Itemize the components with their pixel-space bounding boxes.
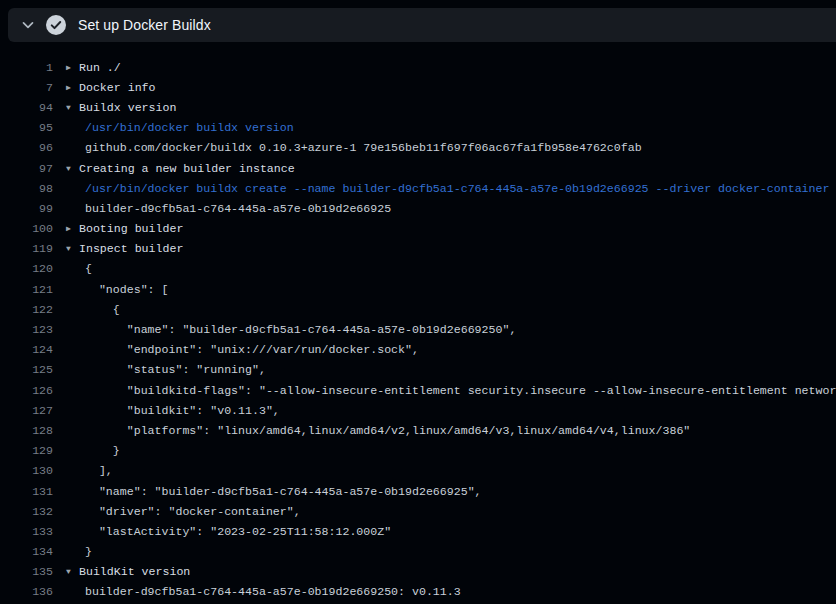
line-number[interactable]: 130	[0, 464, 53, 477]
group-header[interactable]: ▶Run ./	[66, 61, 121, 74]
line-number[interactable]: 129	[0, 444, 53, 457]
line-number[interactable]: 98	[0, 182, 53, 195]
group-header[interactable]: ▼BuildKit version	[66, 565, 190, 578]
log-row: 120{	[0, 259, 836, 279]
line-number[interactable]: 119	[0, 242, 53, 255]
log-row: 130 ],	[0, 461, 836, 481]
output-line: builder-d9cfb5a1-c764-445a-a57e-0b19d2e6…	[66, 585, 461, 598]
output-line: "buildkitd-flags": "--allow-insecure-ent…	[66, 384, 836, 397]
log-row: 125 "status": "running",	[0, 360, 836, 380]
group-header[interactable]: ▶Booting builder	[66, 222, 183, 235]
line-number[interactable]: 100	[0, 222, 53, 235]
line-number[interactable]: 131	[0, 485, 53, 498]
output-line: {	[66, 303, 120, 316]
group-header[interactable]: ▼Creating a new builder instance	[66, 162, 295, 175]
log-group-row[interactable]: 1▶Run ./	[0, 57, 836, 77]
log-row: 122 {	[0, 299, 836, 319]
triangle-down-icon[interactable]: ▼	[66, 103, 79, 112]
log-row: 124 "endpoint": "unix:///var/run/docker.…	[0, 340, 836, 360]
log-group-row[interactable]: 100▶Booting builder	[0, 219, 836, 239]
output-line: "lastActivity": "2023-02-25T11:58:12.000…	[66, 525, 391, 538]
chevron-down-icon[interactable]	[18, 15, 38, 35]
log-row: 136builder-d9cfb5a1-c764-445a-a57e-0b19d…	[0, 582, 836, 602]
line-number[interactable]: 136	[0, 585, 53, 598]
line-number[interactable]: 133	[0, 525, 53, 538]
log-row: 129 }	[0, 441, 836, 461]
group-title: Booting builder	[79, 222, 183, 235]
group-title: Inspect builder	[79, 242, 183, 255]
output-line: github.com/docker/buildx 0.10.3+azure-1 …	[66, 141, 642, 154]
log-row: 131 "name": "builder-d9cfb5a1-c764-445a-…	[0, 481, 836, 501]
line-number[interactable]: 135	[0, 565, 53, 578]
line-number[interactable]: 120	[0, 262, 53, 275]
group-header[interactable]: ▼Inspect builder	[66, 242, 183, 255]
line-number[interactable]: 121	[0, 283, 53, 296]
group-header[interactable]: ▶Docker info	[66, 81, 156, 94]
output-line: ],	[66, 464, 113, 477]
log-row: 128 "platforms": "linux/amd64,linux/amd6…	[0, 420, 836, 440]
triangle-down-icon[interactable]: ▼	[66, 164, 79, 173]
output-line: {	[66, 262, 92, 275]
triangle-right-icon[interactable]: ▶	[66, 63, 79, 72]
log-row: 121 "nodes": [	[0, 279, 836, 299]
line-number[interactable]: 7	[0, 81, 53, 94]
line-number[interactable]: 132	[0, 505, 53, 518]
log-group-row[interactable]: 119▼Inspect builder	[0, 239, 836, 259]
line-number[interactable]: 97	[0, 162, 53, 175]
output-line: "status": "running",	[66, 363, 266, 376]
line-number[interactable]: 99	[0, 202, 53, 215]
check-circle-icon	[46, 15, 66, 35]
log-group-row[interactable]: 97▼Creating a new builder instance	[0, 158, 836, 178]
output-line: }	[66, 545, 92, 558]
group-title: Creating a new builder instance	[79, 162, 295, 175]
output-line: "platforms": "linux/amd64,linux/amd64/v2…	[66, 424, 690, 437]
output-line: "nodes": [	[66, 283, 169, 296]
log-row: 134}	[0, 542, 836, 562]
log-container: 1▶Run ./7▶Docker info94▼Buildx version95…	[0, 57, 836, 602]
group-title: Run ./	[79, 61, 121, 74]
line-number[interactable]: 134	[0, 545, 53, 558]
group-title: Buildx version	[79, 101, 176, 114]
step-title: Set up Docker Buildx	[78, 17, 211, 33]
line-number[interactable]: 124	[0, 343, 53, 356]
line-number[interactable]: 95	[0, 121, 53, 134]
log-row: 133 "lastActivity": "2023-02-25T11:58:12…	[0, 521, 836, 541]
command-line: /usr/bin/docker buildx version	[66, 121, 294, 134]
output-line: "endpoint": "unix:///var/run/docker.sock…	[66, 343, 419, 356]
log-row: 96github.com/docker/buildx 0.10.3+azure-…	[0, 138, 836, 158]
line-number[interactable]: 1	[0, 61, 53, 74]
log-group-row[interactable]: 135▼BuildKit version	[0, 562, 836, 582]
line-number[interactable]: 94	[0, 101, 53, 114]
output-line: "name": "builder-d9cfb5a1-c764-445a-a57e…	[66, 485, 482, 498]
line-number[interactable]: 123	[0, 323, 53, 336]
log-row: 95/usr/bin/docker buildx version	[0, 118, 836, 138]
output-line: builder-d9cfb5a1-c764-445a-a57e-0b19d2e6…	[66, 202, 391, 215]
step-header[interactable]: Set up Docker Buildx	[8, 8, 836, 42]
line-number[interactable]: 128	[0, 424, 53, 437]
output-line: "buildkit": "v0.11.3",	[66, 404, 280, 417]
group-header[interactable]: ▼Buildx version	[66, 101, 176, 114]
log-group-row[interactable]: 7▶Docker info	[0, 77, 836, 97]
log-row: 123 "name": "builder-d9cfb5a1-c764-445a-…	[0, 319, 836, 339]
log-group-row[interactable]: 94▼Buildx version	[0, 97, 836, 117]
log-row: 132 "driver": "docker-container",	[0, 501, 836, 521]
output-line: }	[66, 444, 120, 457]
output-line: "driver": "docker-container",	[66, 505, 301, 518]
command-line: /usr/bin/docker buildx create --name bui…	[66, 182, 829, 195]
group-title: BuildKit version	[79, 565, 190, 578]
log-row: 126 "buildkitd-flags": "--allow-insecure…	[0, 380, 836, 400]
output-line: "name": "builder-d9cfb5a1-c764-445a-a57e…	[66, 323, 516, 336]
triangle-down-icon[interactable]: ▼	[66, 244, 79, 253]
log-row: 99builder-d9cfb5a1-c764-445a-a57e-0b19d2…	[0, 198, 836, 218]
group-title: Docker info	[79, 81, 156, 94]
triangle-right-icon[interactable]: ▶	[66, 83, 79, 92]
log-row: 98/usr/bin/docker buildx create --name b…	[0, 178, 836, 198]
line-number[interactable]: 125	[0, 363, 53, 376]
log-row: 127 "buildkit": "v0.11.3",	[0, 400, 836, 420]
line-number[interactable]: 96	[0, 141, 53, 154]
triangle-right-icon[interactable]: ▶	[66, 224, 79, 233]
line-number[interactable]: 126	[0, 384, 53, 397]
line-number[interactable]: 122	[0, 303, 53, 316]
line-number[interactable]: 127	[0, 404, 53, 417]
triangle-down-icon[interactable]: ▼	[66, 567, 79, 576]
